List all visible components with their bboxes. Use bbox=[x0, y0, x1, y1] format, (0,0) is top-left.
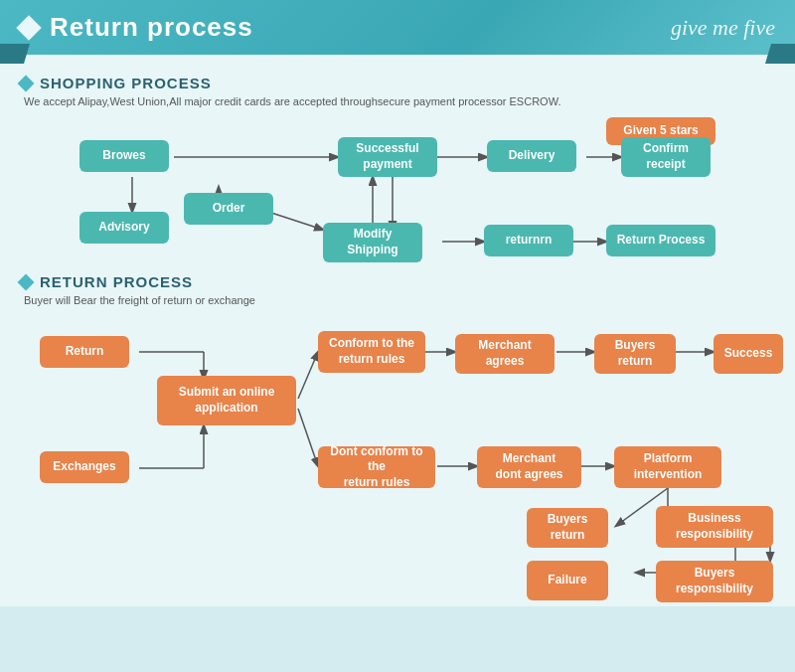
shopping-section-desc: We accept Alipay,West Union,All major cr… bbox=[24, 95, 775, 107]
success-box: Success bbox=[714, 334, 783, 374]
buyers-return1-box: Buyers return bbox=[594, 334, 676, 374]
delivery-box: Delivery bbox=[487, 140, 576, 172]
shopping-diamond-icon bbox=[18, 75, 35, 91]
svg-line-8 bbox=[268, 212, 323, 230]
order-box: Order bbox=[184, 193, 273, 225]
successful-payment-box: Successful payment bbox=[338, 137, 437, 177]
dont-conform-rules-box: Dont conform to the return rules bbox=[318, 446, 435, 488]
platform-intervention-box: Platform intervention bbox=[614, 446, 721, 488]
buyers-responsibility-box: Buyers responsibility bbox=[656, 561, 773, 602]
returnrn-box: returnrn bbox=[484, 225, 573, 256]
submit-online-box: Submit an online application bbox=[157, 376, 296, 425]
return-section-header: RETURN PROCESS bbox=[20, 273, 775, 290]
page-header: Return process give me five bbox=[0, 0, 795, 55]
failure-box: Failure bbox=[527, 561, 608, 600]
return-process-box: Return Process bbox=[606, 225, 716, 256]
svg-line-16 bbox=[298, 352, 318, 399]
svg-line-17 bbox=[298, 409, 318, 466]
main-content: SHOPPING PROCESS We accept Alipay,West U… bbox=[0, 55, 795, 606]
merchant-dont-agrees-box: Merchant dont agrees bbox=[477, 446, 581, 488]
return-section-desc: Buyer will Bear the freight of return or… bbox=[24, 294, 775, 306]
header-diamond-icon bbox=[16, 15, 41, 40]
shopping-section-title: SHOPPING PROCESS bbox=[40, 75, 212, 91]
business-responsibility-box: Business responsibility bbox=[656, 506, 773, 548]
return-diagram: Return Exchanges Submit an online applic… bbox=[20, 314, 775, 592]
logo-text: give me five bbox=[671, 15, 775, 41]
return-box: Return bbox=[40, 336, 129, 368]
shopping-section-header: SHOPPING PROCESS bbox=[20, 75, 775, 91]
exchanges-box: Exchanges bbox=[40, 451, 129, 483]
advisory-box: Advisory bbox=[80, 212, 169, 244]
return-diamond-icon bbox=[18, 273, 35, 290]
merchant-agrees-box: Merchant agrees bbox=[455, 334, 555, 374]
conform-rules-box: Conform to the return rules bbox=[318, 331, 425, 373]
confirm-receipt-box: Confirm receipt bbox=[621, 137, 711, 177]
modify-shipping-box: Modify Shipping bbox=[323, 223, 422, 262]
shopping-diagram: Given 5 stars Browes Successful payment … bbox=[20, 115, 775, 269]
page-title: Return process bbox=[50, 12, 253, 43]
return-section-title: RETURN PROCESS bbox=[40, 273, 193, 290]
buyers-return2-box: Buyers return bbox=[527, 508, 608, 548]
browes-box: Browes bbox=[80, 140, 169, 172]
